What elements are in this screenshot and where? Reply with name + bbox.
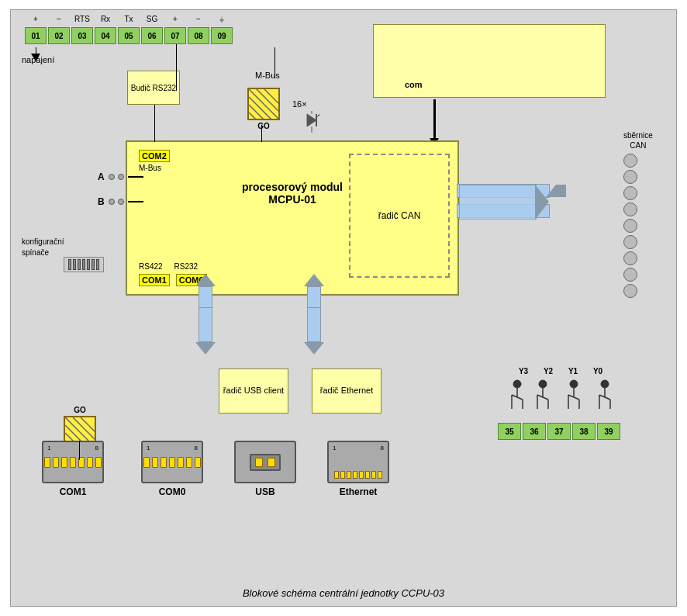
led-symbol: [304, 111, 319, 137]
b-dot2: [118, 199, 124, 205]
pin-39: 39: [597, 423, 620, 440]
diagram-container: + − RTS Rx Tx SG + − ⏚ 01 02 03 04 05 06…: [10, 9, 677, 607]
eth-connector-group: 1 8 Ethernet: [327, 441, 389, 497]
konfig-label: konfiguračníspínače: [22, 237, 64, 258]
y1-label: Y1: [561, 367, 585, 375]
eth-connector: 1 8: [327, 441, 389, 483]
rj45-pins: [334, 471, 382, 479]
pin-03: 03: [71, 27, 93, 44]
pin-35: 35: [498, 423, 521, 440]
svg-line-4: [249, 105, 266, 120]
com1-label: COM1: [139, 274, 170, 286]
mul16-label: 16×: [292, 99, 307, 109]
com0-bottom-label: COM0: [159, 486, 186, 497]
can-connector: [623, 154, 653, 298]
svg-line-0: [249, 89, 280, 120]
b-dot1: [109, 199, 115, 205]
a-dot1: [109, 174, 115, 180]
arrow-mbus-down: [274, 47, 275, 78]
svg-line-5: [249, 112, 258, 120]
wire-go-proc: [261, 125, 262, 142]
eth-bottom-label: Ethernet: [340, 486, 378, 497]
eth-pin8: 8: [381, 445, 384, 452]
thick-arrow-up-right: [304, 274, 324, 308]
pin-38: 38: [572, 423, 596, 440]
rs232-driver-label: Budič RS232: [131, 83, 176, 93]
com0-pin8: 8: [195, 445, 198, 452]
config-switches: [64, 257, 104, 272]
b-line: [128, 201, 143, 202]
mbus-sub-label: M-Bus: [139, 164, 170, 172]
eth-pin1: 1: [333, 445, 336, 452]
com0-pin1: 1: [147, 445, 150, 452]
com2-label: COM2: [139, 150, 170, 162]
pin-07: 07: [164, 27, 186, 44]
svg-point-28: [570, 380, 578, 388]
go-bottom-label: GO: [64, 406, 96, 414]
can-controller-box: řadič CAN: [349, 154, 450, 278]
arrow-x-down: [430, 99, 439, 146]
mbus-top-label: M-Bus: [255, 71, 280, 80]
com1-bottom-label: COM1: [60, 486, 87, 497]
wire-rs232-proc: [154, 105, 155, 142]
x-input-box: com: [373, 24, 606, 98]
svg-line-14: [81, 417, 96, 434]
com1-pins-inner: [44, 457, 102, 468]
go-element-top: GO: [247, 88, 280, 130]
top-left-pins: 01 02 03 04 05 06 07 08 09: [25, 27, 233, 44]
can-bus-arrow-h: [459, 185, 537, 220]
a-dot2: [118, 174, 124, 180]
transistor-symbols: [498, 378, 626, 420]
a-line: [128, 176, 143, 178]
com0-connector: 1 8: [141, 441, 203, 483]
caption-text: Blokové schéma centrální jednotky CCPU-0…: [243, 587, 444, 599]
svg-marker-6: [307, 114, 316, 126]
usb-connector-group: USB: [234, 441, 296, 497]
pin-signal-tx: Tx: [118, 15, 140, 23]
pin-signal-minus: −: [48, 15, 70, 23]
wire-pin07-go: [176, 44, 177, 91]
pin-signal-sg: SG: [141, 15, 163, 23]
com1-pin8: 8: [95, 445, 98, 452]
proc-box: COM2 M-Bus procesorový modul MCPU-01 RS4…: [126, 140, 459, 296]
pin-signal-plus: +: [25, 15, 47, 23]
caption: Blokové schéma centrální jednotky CCPU-0…: [11, 586, 676, 600]
y0-label: Y0: [586, 367, 609, 375]
go-top-label: GO: [247, 122, 280, 130]
usb-inner: [250, 454, 281, 471]
pin-09: 09: [211, 27, 233, 44]
pin-04: 04: [95, 27, 116, 44]
bottom-right-pins: 35 36 37 38 39: [498, 423, 626, 440]
com1-pin1: 1: [47, 445, 50, 452]
com0-pins-inner: [143, 457, 201, 468]
com1-connector-group: 1 8 COM1: [42, 441, 104, 497]
ab-connectors: A B: [98, 171, 143, 207]
radič-can-label: řadič CAN: [378, 209, 421, 223]
wire-go-com1: [79, 441, 80, 460]
a-label: A: [98, 171, 105, 182]
y2-label: Y2: [537, 367, 560, 375]
com-label: com: [405, 80, 423, 89]
pin-08: 08: [188, 27, 209, 44]
radič-eth-label: řadič Ethernet: [320, 385, 373, 396]
svg-point-18: [513, 380, 521, 388]
rs232-driver-box: Budič RS232: [127, 71, 180, 105]
y-outputs-section: Y3 Y2 Y1 Y0: [498, 367, 626, 440]
radič-usb-label: řadič USB client: [223, 385, 284, 396]
eth-controller-box: řadič Ethernet: [312, 369, 381, 414]
y3-label: Y3: [512, 367, 535, 375]
arrow-napajeni: [31, 47, 40, 61]
thick-arrow-up-left: [195, 274, 216, 308]
can-connector-container: sběrniceCAN: [623, 130, 653, 298]
b-label: B: [98, 196, 105, 207]
pin-06: 06: [141, 27, 163, 44]
rs232-sub-label: RS232: [174, 262, 199, 271]
pin-02: 02: [48, 27, 70, 44]
pin-37: 37: [547, 423, 571, 440]
pin-signal-gnd: ⏚: [211, 15, 233, 23]
com0-connector-group: 1 8 COM0: [141, 441, 203, 497]
pin-signal-plus2: +: [164, 15, 186, 23]
svg-point-33: [601, 380, 609, 388]
usb-connector: [234, 441, 296, 483]
svg-point-23: [539, 380, 547, 388]
